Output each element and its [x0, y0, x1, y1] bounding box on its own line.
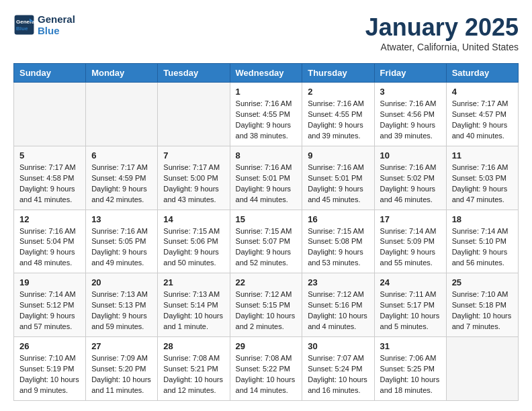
day-number: 23 — [308, 277, 368, 287]
day-cell: 6Sunrise: 7:17 AM Sunset: 4:59 PM Daylig… — [86, 146, 158, 210]
day-cell: 18Sunrise: 7:14 AM Sunset: 5:10 PM Dayli… — [446, 210, 518, 273]
logo: General Blue General Blue — [13, 13, 75, 36]
day-info: Sunrise: 7:10 AM Sunset: 5:18 PM Dayligh… — [452, 289, 513, 332]
day-cell: 19Sunrise: 7:14 AM Sunset: 5:12 PM Dayli… — [14, 273, 86, 337]
day-cell: 7Sunrise: 7:17 AM Sunset: 5:00 PM Daylig… — [158, 146, 230, 210]
day-cell: 1Sunrise: 7:16 AM Sunset: 4:55 PM Daylig… — [230, 83, 302, 146]
day-cell: 17Sunrise: 7:14 AM Sunset: 5:09 PM Dayli… — [374, 210, 446, 273]
day-number: 17 — [380, 214, 441, 224]
day-number: 7 — [163, 150, 224, 161]
calendar-table: SundayMondayTuesdayWednesdayThursdayFrid… — [13, 63, 519, 401]
day-info: Sunrise: 7:16 AM Sunset: 4:55 PM Dayligh… — [308, 99, 368, 142]
day-number: 14 — [163, 214, 224, 224]
day-number: 9 — [308, 150, 368, 161]
day-info: Sunrise: 7:09 AM Sunset: 5:20 PM Dayligh… — [91, 353, 152, 396]
day-number: 3 — [380, 87, 441, 97]
day-cell: 13Sunrise: 7:16 AM Sunset: 5:05 PM Dayli… — [86, 210, 158, 273]
day-number: 20 — [91, 277, 152, 287]
day-info: Sunrise: 7:16 AM Sunset: 5:05 PM Dayligh… — [91, 226, 152, 269]
weekday-header-sunday: Sunday — [14, 64, 86, 83]
day-info: Sunrise: 7:13 AM Sunset: 5:13 PM Dayligh… — [91, 289, 152, 332]
day-cell: 25Sunrise: 7:10 AM Sunset: 5:18 PM Dayli… — [446, 273, 518, 337]
day-number: 2 — [308, 87, 368, 97]
day-cell — [446, 337, 518, 401]
day-number: 27 — [91, 341, 152, 351]
day-number: 21 — [163, 277, 224, 287]
day-number: 24 — [380, 277, 441, 287]
day-info: Sunrise: 7:15 AM Sunset: 5:08 PM Dayligh… — [308, 226, 368, 269]
title-block: January 2025 Atwater, California, United… — [365, 13, 519, 52]
day-number: 4 — [452, 87, 513, 97]
day-number: 6 — [91, 150, 152, 161]
day-number: 18 — [452, 214, 513, 224]
day-info: Sunrise: 7:07 AM Sunset: 5:24 PM Dayligh… — [308, 353, 368, 396]
day-number: 11 — [452, 150, 513, 161]
day-cell: 5Sunrise: 7:17 AM Sunset: 4:58 PM Daylig… — [14, 146, 86, 210]
weekday-header-tuesday: Tuesday — [158, 64, 230, 83]
location-label: Atwater, California, United States — [365, 42, 519, 52]
day-info: Sunrise: 7:16 AM Sunset: 4:55 PM Dayligh… — [236, 99, 297, 142]
svg-text:General: General — [16, 19, 35, 25]
weekday-header-saturday: Saturday — [446, 64, 518, 83]
day-info: Sunrise: 7:08 AM Sunset: 5:21 PM Dayligh… — [163, 353, 224, 396]
day-number: 1 — [236, 87, 297, 97]
day-info: Sunrise: 7:10 AM Sunset: 5:19 PM Dayligh… — [19, 353, 80, 396]
day-info: Sunrise: 7:17 AM Sunset: 4:57 PM Dayligh… — [452, 99, 513, 142]
day-cell: 29Sunrise: 7:08 AM Sunset: 5:22 PM Dayli… — [230, 337, 302, 401]
day-info: Sunrise: 7:17 AM Sunset: 5:00 PM Dayligh… — [163, 163, 224, 205]
day-cell: 21Sunrise: 7:13 AM Sunset: 5:14 PM Dayli… — [158, 273, 230, 337]
page-header: General Blue General Blue January 2025 A… — [13, 13, 519, 52]
day-cell: 4Sunrise: 7:17 AM Sunset: 4:57 PM Daylig… — [446, 83, 518, 146]
day-cell: 14Sunrise: 7:15 AM Sunset: 5:06 PM Dayli… — [158, 210, 230, 273]
day-info: Sunrise: 7:16 AM Sunset: 5:02 PM Dayligh… — [380, 163, 441, 205]
weekday-header-thursday: Thursday — [302, 64, 374, 83]
day-number: 31 — [380, 341, 441, 351]
day-info: Sunrise: 7:17 AM Sunset: 4:59 PM Dayligh… — [91, 163, 152, 205]
logo-blue: Blue — [38, 25, 75, 36]
day-info: Sunrise: 7:16 AM Sunset: 5:01 PM Dayligh… — [308, 163, 368, 205]
day-cell: 20Sunrise: 7:13 AM Sunset: 5:13 PM Dayli… — [86, 273, 158, 337]
day-cell: 9Sunrise: 7:16 AM Sunset: 5:01 PM Daylig… — [302, 146, 374, 210]
day-info: Sunrise: 7:15 AM Sunset: 5:07 PM Dayligh… — [236, 226, 297, 269]
day-cell: 31Sunrise: 7:06 AM Sunset: 5:25 PM Dayli… — [374, 337, 446, 401]
day-cell: 3Sunrise: 7:16 AM Sunset: 4:56 PM Daylig… — [374, 83, 446, 146]
weekday-header-wednesday: Wednesday — [230, 64, 302, 83]
day-cell: 26Sunrise: 7:10 AM Sunset: 5:19 PM Dayli… — [14, 337, 86, 401]
day-cell: 15Sunrise: 7:15 AM Sunset: 5:07 PM Dayli… — [230, 210, 302, 273]
day-cell: 24Sunrise: 7:11 AM Sunset: 5:17 PM Dayli… — [374, 273, 446, 337]
day-info: Sunrise: 7:14 AM Sunset: 5:12 PM Dayligh… — [19, 289, 80, 332]
day-cell: 8Sunrise: 7:16 AM Sunset: 5:01 PM Daylig… — [230, 146, 302, 210]
day-info: Sunrise: 7:16 AM Sunset: 4:56 PM Dayligh… — [380, 99, 441, 142]
day-cell: 27Sunrise: 7:09 AM Sunset: 5:20 PM Dayli… — [86, 337, 158, 401]
day-number: 26 — [19, 341, 80, 351]
day-info: Sunrise: 7:16 AM Sunset: 5:04 PM Dayligh… — [19, 226, 80, 269]
day-cell: 23Sunrise: 7:12 AM Sunset: 5:16 PM Dayli… — [302, 273, 374, 337]
day-cell: 12Sunrise: 7:16 AM Sunset: 5:04 PM Dayli… — [14, 210, 86, 273]
day-number: 28 — [163, 341, 224, 351]
day-info: Sunrise: 7:14 AM Sunset: 5:10 PM Dayligh… — [452, 226, 513, 269]
day-cell: 2Sunrise: 7:16 AM Sunset: 4:55 PM Daylig… — [302, 83, 374, 146]
day-info: Sunrise: 7:14 AM Sunset: 5:09 PM Dayligh… — [380, 226, 441, 269]
weekday-header-monday: Monday — [86, 64, 158, 83]
weekday-header-friday: Friday — [374, 64, 446, 83]
week-row-2: 5Sunrise: 7:17 AM Sunset: 4:58 PM Daylig… — [14, 146, 519, 210]
day-cell — [86, 83, 158, 146]
day-number: 16 — [308, 214, 368, 224]
day-cell: 10Sunrise: 7:16 AM Sunset: 5:02 PM Dayli… — [374, 146, 446, 210]
week-row-3: 12Sunrise: 7:16 AM Sunset: 5:04 PM Dayli… — [14, 210, 519, 273]
day-cell: 11Sunrise: 7:16 AM Sunset: 5:03 PM Dayli… — [446, 146, 518, 210]
svg-text:Blue: Blue — [16, 26, 28, 32]
day-number: 15 — [236, 214, 297, 224]
day-cell: 30Sunrise: 7:07 AM Sunset: 5:24 PM Dayli… — [302, 337, 374, 401]
day-number: 25 — [452, 277, 513, 287]
day-info: Sunrise: 7:16 AM Sunset: 5:01 PM Dayligh… — [236, 163, 297, 205]
week-row-4: 19Sunrise: 7:14 AM Sunset: 5:12 PM Dayli… — [14, 273, 519, 337]
day-number: 30 — [308, 341, 368, 351]
day-info: Sunrise: 7:13 AM Sunset: 5:14 PM Dayligh… — [163, 289, 224, 332]
day-info: Sunrise: 7:15 AM Sunset: 5:06 PM Dayligh… — [163, 226, 224, 269]
day-number: 10 — [380, 150, 441, 161]
day-number: 19 — [19, 277, 80, 287]
day-number: 5 — [19, 150, 80, 161]
week-row-1: 1Sunrise: 7:16 AM Sunset: 4:55 PM Daylig… — [14, 83, 519, 146]
day-number: 22 — [236, 277, 297, 287]
